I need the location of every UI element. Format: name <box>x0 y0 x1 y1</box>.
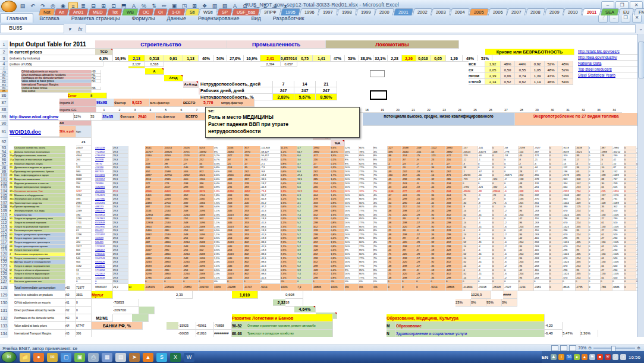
sheet-tab-2011[interactable]: 2011 <box>582 8 602 15</box>
row-header-111[interactable]: 111 <box>0 217 8 221</box>
sheet-tab-2009[interactable]: 2009 <box>544 8 564 15</box>
firefox-icon[interactable]: ● <box>33 353 44 362</box>
row-header-134[interactable]: 134 <box>0 330 8 337</box>
external-link-0[interactable]: http://stats.bls.gov/oes/c <box>578 49 637 55</box>
row-header-1[interactable]: 1 <box>0 40 8 49</box>
sheet-tab-2010[interactable]: 2010 <box>563 8 583 15</box>
sheet-tab-Stl[interactable]: Stl <box>184 8 199 15</box>
row-header-126[interactable]: 126 <box>0 276 8 280</box>
row-header-114[interactable]: 114 <box>0 229 8 233</box>
sheet-tab-Tot[interactable]: Tot <box>106 8 122 15</box>
flag-tray-icon[interactable]: ⚑ <box>589 354 595 360</box>
row-header-112[interactable]: 112 <box>0 221 8 225</box>
sheet-tab-OI[interactable]: OI <box>153 8 168 15</box>
sheet-tab-1-OI[interactable]: 1-OI <box>167 8 186 15</box>
row-header-110[interactable]: 110 <box>0 213 8 217</box>
info-tray-icon[interactable]: i <box>558 354 564 360</box>
row-header-2[interactable]: 2 <box>0 49 8 55</box>
row-header-123[interactable]: 123 <box>0 264 8 269</box>
sheet-tab-1997[interactable]: 1997 <box>318 8 338 15</box>
vertical-scrollbar-thumb[interactable] <box>638 42 644 78</box>
sheet-tab-1995[interactable]: 1995 <box>281 8 300 15</box>
row-header-106[interactable]: 106 <box>0 197 8 201</box>
row-header-88[interactable]: 88 <box>0 107 8 113</box>
sheet-tab-1996[interactable]: 1996 <box>299 8 319 15</box>
row-header-92[interactable]: 92 <box>0 138 8 146</box>
sheet-tab-Not[interactable]: Not <box>38 8 55 15</box>
row-header-100[interactable]: 100 <box>0 173 8 178</box>
page-layout-view-icon[interactable] <box>560 345 567 351</box>
row-header-95[interactable]: 95 <box>0 154 8 158</box>
page-break-view-icon[interactable] <box>569 345 576 351</box>
row-header-90[interactable]: 90 <box>0 121 8 126</box>
mail-icon[interactable]: ✉ <box>47 353 58 362</box>
sheet-tab-An01[interactable]: An01 <box>68 8 89 15</box>
row-header-124[interactable]: 124 <box>0 269 8 273</box>
sheet-tab-1998[interactable]: 1998 <box>337 8 357 15</box>
sheet-tab-EU[interactable]: EU <box>618 8 634 15</box>
name-box[interactable]: BU85 <box>0 24 64 33</box>
row-header-132[interactable]: 132 <box>0 314 8 322</box>
sheet-tab-2006[interactable]: 2006 <box>488 8 507 15</box>
external-link-2[interactable]: National Data <box>578 61 637 67</box>
explorer-icon[interactable]: 📁 <box>20 353 30 362</box>
sheet-tab-2001[interactable]: 2001 <box>394 8 413 15</box>
sheet-tab-2002[interactable]: 2002 <box>413 8 432 15</box>
row-header-130[interactable]: 130 <box>0 299 8 307</box>
excel-icon[interactable]: X <box>170 353 181 362</box>
sheet-tab-ЗПРФ[interactable]: ЗПРФ <box>259 8 281 15</box>
sheet-grid[interactable]: Input Output Table for 2011in current pr… <box>8 40 637 337</box>
sheet-tab-SEA[interactable]: SEA <box>601 8 620 15</box>
row-header-86[interactable]: 86 <box>0 93 8 99</box>
messenger-icon[interactable]: ➤ <box>129 353 140 362</box>
sheet-tab-2000[interactable]: 2000 <box>375 8 394 15</box>
row-header-109[interactable]: 109 <box>0 209 8 213</box>
language-indicator[interactable]: EN <box>542 355 548 360</box>
sheet-tab-SP[interactable]: SP <box>217 8 233 15</box>
formula-input[interactable] <box>86 24 636 33</box>
row-header-93[interactable]: 93 <box>0 146 8 150</box>
row-header-117[interactable]: 117 <box>0 241 8 245</box>
row-header-3[interactable]: 3 <box>0 55 8 62</box>
row-header-102[interactable]: 102 <box>0 182 8 186</box>
word-icon[interactable]: W <box>184 353 194 362</box>
green-ball-tray-icon[interactable]: ● <box>574 354 580 360</box>
temp-tray-icon[interactable]: 36 <box>566 354 572 360</box>
vlc-tray-icon[interactable]: ▲ <box>582 354 588 360</box>
sheet-tab-2003[interactable]: 2003 <box>431 8 451 15</box>
wiod-link[interactable]: http://www.wiod.org/new <box>10 113 74 121</box>
skype-icon[interactable]: S <box>156 353 167 362</box>
vertical-scrollbar[interactable] <box>637 34 644 337</box>
photo-app-icon[interactable]: ▣ <box>74 353 85 362</box>
row-header-104[interactable]: 104 <box>0 190 8 194</box>
sheet-tab-WStl[interactable]: WStl <box>199 8 218 15</box>
zoom-level[interactable]: 70% <box>578 346 586 350</box>
row-header-87[interactable]: 87 <box>0 99 8 107</box>
zoom-in-icon[interactable]: ⊕ <box>637 346 640 351</box>
zoom-out-icon[interactable]: ⊖ <box>588 346 592 351</box>
formula-bar-expand-icon[interactable]: ⌄ <box>639 26 643 31</box>
row-header-131[interactable]: 131 <box>0 307 8 314</box>
sheet-tab-WB[interactable]: WB <box>121 8 139 15</box>
external-link-4[interactable]: Steel Statistical Yearb <box>578 72 637 78</box>
empty-cell[interactable] <box>370 70 385 77</box>
vlc-icon[interactable]: ▲ <box>143 353 153 362</box>
row-header-128[interactable]: 128 <box>0 284 8 291</box>
notes-icon[interactable]: ▤ <box>115 353 126 362</box>
row-header-89[interactable]: 89 <box>0 113 8 121</box>
sheet-tab-USF_bas[interactable]: USF_bas <box>232 8 260 15</box>
row-header-121[interactable]: 121 <box>0 257 8 261</box>
row-header-97[interactable]: 97 <box>0 162 8 166</box>
row-header-99[interactable]: 99 <box>0 170 8 174</box>
shield-tray-icon[interactable]: ⛨ <box>605 354 611 360</box>
printer-icon[interactable]: ⎙ <box>88 353 99 362</box>
image-viewer-icon[interactable]: ▦ <box>102 353 112 362</box>
user-tray-icon[interactable]: ♟ <box>551 354 557 360</box>
row-header-94[interactable]: 94 <box>0 150 8 154</box>
row-header-122[interactable]: 122 <box>0 260 8 264</box>
row-headers[interactable]: 1234567980818283848586878889909192939495… <box>0 40 9 337</box>
external-link-3[interactable]: Top steel producers <box>578 67 637 72</box>
sheet-tab-1999[interactable]: 1999 <box>356 8 375 15</box>
row-header-115[interactable]: 115 <box>0 233 8 237</box>
fx-icon[interactable]: fx <box>75 26 86 32</box>
